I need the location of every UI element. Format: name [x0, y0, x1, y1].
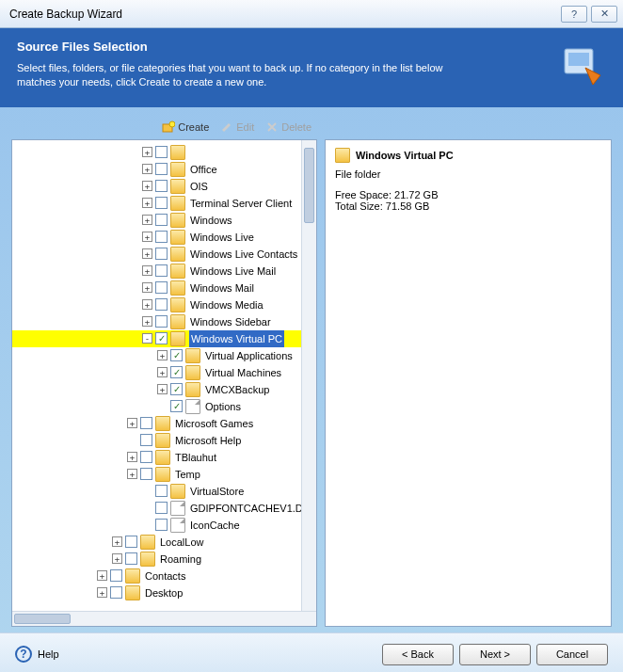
tree-row[interactable]: +Contacts — [12, 568, 316, 584]
expand-icon[interactable]: + — [157, 384, 168, 394]
checkbox[interactable] — [155, 146, 168, 158]
expand-icon[interactable]: + — [142, 265, 152, 276]
expand-icon[interactable]: + — [157, 367, 168, 377]
checkbox[interactable] — [155, 214, 168, 226]
tree-pane[interactable]: ++Office+OIS+Terminal Server Client+Wind… — [11, 139, 317, 627]
expand-icon[interactable]: + — [157, 350, 168, 360]
checkbox[interactable] — [170, 349, 183, 361]
next-button[interactable]: Next > — [459, 644, 531, 665]
expand-icon[interactable]: + — [142, 232, 152, 242]
title-bar: Create Backup Wizard ? ✕ — [0, 0, 623, 28]
spacer — [142, 486, 152, 496]
checkbox[interactable] — [155, 197, 168, 209]
tree-row[interactable]: VirtualStore — [12, 483, 316, 500]
folder-icon — [125, 585, 140, 600]
cancel-button[interactable]: Cancel — [536, 644, 608, 665]
vertical-scrollbar[interactable] — [301, 140, 316, 611]
tree-row[interactable]: +Roaming — [12, 551, 316, 568]
folder-icon — [170, 484, 185, 499]
folder-tree[interactable]: ++Office+OIS+Terminal Server Client+Wind… — [12, 140, 316, 605]
checkbox[interactable] — [140, 468, 152, 480]
checkbox[interactable] — [170, 366, 183, 378]
checkbox[interactable] — [140, 417, 152, 429]
expand-icon[interactable]: + — [142, 299, 152, 310]
expand-icon[interactable]: + — [142, 316, 152, 327]
checkbox[interactable] — [155, 485, 168, 497]
folder-icon — [170, 314, 185, 329]
folder-icon — [170, 213, 185, 228]
expand-icon[interactable]: + — [142, 164, 152, 174]
checkbox[interactable] — [155, 163, 168, 175]
checkbox[interactable] — [155, 264, 168, 277]
tree-row[interactable]: +Virtual Applications — [12, 347, 316, 364]
checkbox[interactable] — [155, 231, 168, 243]
checkbox[interactable] — [155, 315, 168, 328]
expand-icon[interactable]: + — [97, 587, 107, 598]
tree-row[interactable]: Options — [12, 398, 316, 415]
horizontal-scrollbar[interactable] — [12, 611, 316, 626]
collapse-icon[interactable]: - — [142, 333, 152, 344]
checkbox[interactable] — [125, 552, 137, 565]
checkbox[interactable] — [155, 281, 168, 294]
create-button[interactable]: Create — [158, 119, 213, 136]
tree-row[interactable]: +Windows Live Contacts — [12, 246, 316, 263]
checkbox[interactable] — [155, 180, 168, 192]
checkbox[interactable] — [155, 502, 168, 514]
expand-icon[interactable]: + — [112, 553, 122, 564]
tree-row[interactable]: + — [12, 144, 316, 161]
tree-row[interactable]: +OIS — [12, 178, 316, 195]
tree-label: Desktop — [144, 584, 184, 601]
folder-icon — [155, 433, 170, 448]
tree-row[interactable]: IconCache — [12, 517, 316, 534]
expand-icon[interactable]: + — [97, 570, 107, 581]
checkbox[interactable] — [155, 248, 168, 260]
checkbox[interactable] — [155, 298, 168, 311]
help-link[interactable]: ? Help — [15, 646, 59, 663]
tree-row[interactable]: +Temp — [12, 466, 316, 483]
tree-row[interactable]: +Windows Sidebar — [12, 313, 316, 330]
tree-row[interactable]: +Microsoft Games — [12, 415, 316, 432]
tree-row[interactable]: +Windows Media — [12, 296, 316, 313]
checkbox[interactable] — [155, 332, 168, 344]
tree-row[interactable]: +LocalLow — [12, 534, 316, 551]
expand-icon[interactable]: + — [127, 452, 137, 462]
tree-label: IconCache — [189, 517, 241, 534]
tree-label: Windows Sidebar — [189, 313, 272, 330]
svg-rect-1 — [568, 53, 589, 66]
checkbox[interactable] — [110, 586, 122, 599]
tree-row[interactable]: GDIPFONTCACHEV1.DAT — [12, 500, 316, 517]
expand-icon[interactable]: + — [142, 282, 152, 293]
folder-icon — [140, 552, 155, 567]
expand-icon[interactable]: + — [142, 147, 152, 157]
expand-icon[interactable]: + — [142, 215, 152, 225]
tree-row[interactable]: +Windows Mail — [12, 280, 316, 296]
back-button[interactable]: < Back — [382, 644, 454, 665]
expand-icon[interactable]: + — [127, 418, 137, 428]
checkbox[interactable] — [125, 536, 137, 548]
tree-row[interactable]: +Windows — [12, 212, 316, 229]
tree-row[interactable]: +Virtual Machines — [12, 364, 316, 381]
checkbox[interactable] — [155, 519, 168, 531]
tree-row[interactable]: +Windows Live Mail — [12, 263, 316, 280]
checkbox[interactable] — [140, 451, 152, 463]
tree-row[interactable]: -Windows Virtual PC — [12, 330, 316, 347]
tree-row[interactable]: +VMCXBackup — [12, 381, 316, 398]
checkbox[interactable] — [110, 569, 122, 582]
tree-row[interactable]: +TBlauhut — [12, 449, 316, 466]
expand-icon[interactable]: + — [112, 536, 122, 547]
checkbox[interactable] — [140, 434, 152, 446]
close-button[interactable]: ✕ — [591, 6, 617, 23]
tree-row[interactable]: +Terminal Server Client — [12, 195, 316, 212]
checkbox[interactable] — [170, 400, 183, 412]
expand-icon[interactable]: + — [142, 198, 152, 208]
tree-label: Windows Media — [189, 296, 264, 313]
tree-row[interactable]: Microsoft Help — [12, 432, 316, 449]
tree-row[interactable]: +Office — [12, 161, 316, 178]
tree-row[interactable]: +Desktop — [12, 584, 316, 601]
expand-icon[interactable]: + — [142, 248, 152, 259]
checkbox[interactable] — [170, 383, 183, 395]
help-button[interactable]: ? — [561, 6, 587, 23]
expand-icon[interactable]: + — [142, 181, 152, 191]
tree-row[interactable]: +Windows Live — [12, 229, 316, 246]
expand-icon[interactable]: + — [127, 469, 137, 479]
